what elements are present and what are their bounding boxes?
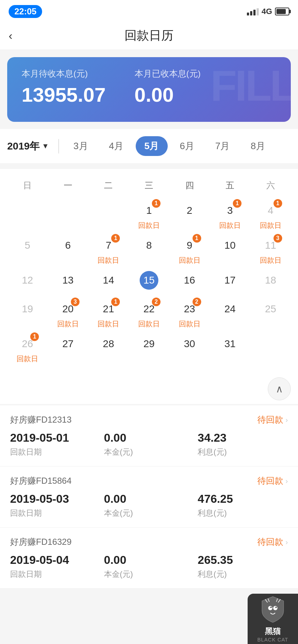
cal-cell-4[interactable]: 41回款日 [250,198,291,233]
status-time: 22:05 [9,5,42,18]
cal-cell-13[interactable]: 13 [48,268,89,297]
cal-cell-25[interactable]: 25 [250,297,291,332]
loan-interest-label: 利息(元) [198,447,288,457]
loan-item-header: 好房赚FD16329 待回款 › [10,536,288,548]
cal-cell-12[interactable]: 12 [7,268,48,297]
loan-item[interactable]: 好房赚FD15864 待回款 › 2019-05-03 回款日期 0.00 本金… [0,466,298,528]
cal-day-num: 30 [180,335,199,353]
cal-cell-30[interactable]: 30 [169,332,210,367]
loan-principal-value: 0.00 [104,553,194,567]
repay-label: 回款日 [138,221,160,230]
cal-day-num: 31 [221,201,239,220]
cal-cell-19[interactable]: 19 [7,297,48,332]
cal-cell-23[interactable]: 232回款日 [169,297,210,332]
repay-badge: 1 [274,199,282,208]
page-title: 回款日历 [125,27,173,44]
cal-cell-14[interactable]: 14 [88,268,129,297]
loan-date-label: 回款日期 [10,508,100,519]
repay-badge: 3 [71,298,80,306]
cal-cell-10[interactable]: 10 [210,233,250,268]
loan-principal-value: 0.00 [104,431,194,445]
cal-day-num: 232 [180,300,199,318]
repay-label: 回款日 [179,256,200,265]
calendar-section: 日一二三四五六 11回款日231回款日41回款日5671回款日891回款日101… [0,169,298,374]
loan-item[interactable]: 好房赚FD16329 待回款 › 2019-05-04 回款日期 0.00 本金… [0,528,298,589]
cal-header-三: 三 [129,176,170,195]
loan-interest-value: 265.35 [198,553,288,567]
cal-header-日: 日 [7,176,48,195]
loan-interest-value: 476.25 [198,492,288,506]
loan-arrow-icon: › [285,538,288,546]
cal-cell-20[interactable]: 203回款日 [48,297,89,332]
cal-cell-empty-0 [7,198,48,233]
cal-header-一: 一 [48,176,89,195]
cal-cell-5[interactable]: 5 [7,233,48,268]
cal-cell-9[interactable]: 91回款日 [169,233,210,268]
cal-cell-17[interactable]: 17 [210,268,250,297]
cal-cell-28[interactable]: 28 [88,332,129,367]
repay-label: 回款日 [260,256,281,265]
repay-badge: 1 [111,234,120,243]
cal-cell-1[interactable]: 11回款日 [129,198,170,233]
svg-point-1 [273,606,277,610]
cal-cell-21[interactable]: 211回款日 [88,297,129,332]
month-tab-5月[interactable]: 5月 [136,136,167,156]
cal-cell-empty-2 [88,198,129,233]
cal-cell-2[interactable]: 2 [169,198,210,233]
divider [58,139,59,153]
cal-header-四: 四 [169,176,210,195]
repay-label: 回款日 [98,256,119,265]
cat-chinese-label: 黑猫 [265,626,281,637]
cal-cell-7[interactable]: 71回款日 [88,233,129,268]
calendar-grid: 11回款日231回款日41回款日5671回款日891回款日10113回款日121… [7,198,291,367]
loan-item[interactable]: 好房赚FD12313 待回款 › 2019-05-01 回款日期 0.00 本金… [0,405,298,466]
cal-cell-22[interactable]: 222回款日 [129,297,170,332]
svg-point-2 [270,607,272,608]
month-tabs: 3月4月5月6月7月8月 [65,136,291,156]
cal-day-num: 28 [99,335,118,353]
cal-day-num: 71 [99,236,118,255]
loan-principal-value: 0.00 [104,492,194,506]
cal-day-num: 10 [221,236,239,255]
cal-day-num: 18 [261,271,280,290]
loan-date-item: 2019-05-04 回款日期 [10,553,100,580]
cal-cell-29[interactable]: 29 [129,332,170,367]
month-tab-4月[interactable]: 4月 [100,136,132,156]
repay-label: 回款日 [17,354,38,364]
cat-label-row: 黑猫 [265,626,281,637]
cal-cell-31[interactable]: 31 [210,332,250,367]
repay-label: 回款日 [138,319,160,329]
loan-status: 待回款 › [257,414,288,426]
month-tab-3月[interactable]: 3月 [65,136,96,156]
back-button[interactable]: ‹ [9,29,13,42]
cal-cell-8[interactable]: 8 [129,233,170,268]
pending-amount: 13955.07 [22,83,106,106]
status-bar: 22:05 4G [0,0,298,22]
cal-day-num: 211 [99,300,118,318]
received-label: 本月已收本息(元) [135,68,201,79]
cal-cell-24[interactable]: 24 [210,297,250,332]
cal-day-num: 12 [18,271,37,290]
cal-cell-15[interactable]: 15 [129,268,170,297]
cal-day-num: 261 [18,335,37,353]
nav-bar: ‹ 回款日历 [0,22,298,50]
month-tab-6月[interactable]: 6月 [171,136,203,156]
pending-label: 本月待收本息(元) [22,68,106,79]
year-selector[interactable]: 2019年 ▼ [7,139,49,153]
cal-cell-6[interactable]: 6 [48,233,89,268]
cal-day-num: 19 [18,300,37,318]
cal-cell-11[interactable]: 113回款日 [250,233,291,268]
cat-badge: 黑猫 BLACK CAT [248,594,298,644]
cal-cell-16[interactable]: 16 [169,268,210,297]
cal-cell-26[interactable]: 261回款日 [7,332,48,367]
cal-day-num: 14 [99,271,118,290]
cal-cell-27[interactable]: 27 [48,332,89,367]
month-tab-8月[interactable]: 8月 [242,136,274,156]
cal-day-num: 222 [140,300,158,318]
cal-cell-18[interactable]: 18 [250,268,291,297]
cal-cell-3[interactable]: 31回款日 [210,198,250,233]
loan-principal-item: 0.00 本金(元) [104,492,194,519]
month-tab-7月[interactable]: 7月 [207,136,238,156]
scroll-top-button[interactable]: ∧ [268,377,291,400]
loan-status: 待回款 › [257,475,288,487]
